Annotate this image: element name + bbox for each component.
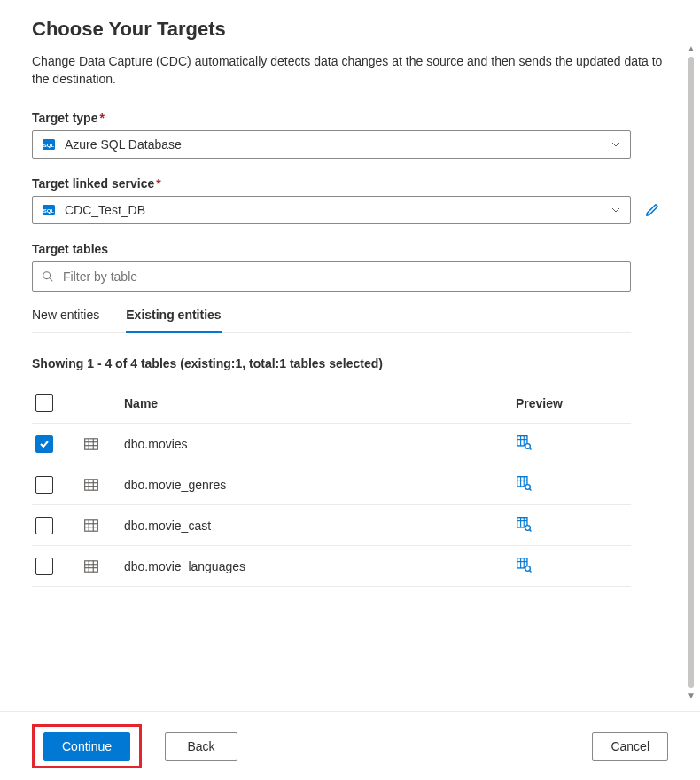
row-checkbox[interactable]	[35, 476, 53, 494]
sql-database-icon: SQL	[42, 203, 56, 217]
preview-button[interactable]	[516, 557, 532, 573]
row-checkbox[interactable]	[35, 435, 53, 453]
svg-rect-28	[85, 520, 98, 531]
svg-rect-39	[85, 561, 98, 572]
linked-service-value: CDC_Test_DB	[65, 203, 611, 217]
highlight-annotation: Continue	[32, 724, 142, 768]
select-all-checkbox[interactable]	[35, 394, 53, 412]
back-button[interactable]: Back	[165, 732, 237, 760]
dialog-footer: Continue Back Cancel	[0, 711, 700, 780]
svg-line-5	[50, 278, 53, 282]
tab-new-entities[interactable]: New entities	[32, 300, 99, 333]
preview-data-icon	[516, 516, 532, 532]
page-description: Change Data Capture (CDC) automatically …	[32, 53, 668, 88]
svg-point-15	[525, 444, 531, 449]
svg-point-4	[43, 272, 51, 279]
scrollbar-thumb[interactable]	[688, 57, 694, 688]
filter-input-wrapper[interactable]	[32, 261, 631, 292]
svg-point-26	[525, 485, 531, 490]
svg-line-38	[530, 530, 532, 532]
row-name: dbo.movie_languages	[124, 559, 516, 573]
svg-text:SQL: SQL	[43, 208, 55, 214]
svg-rect-17	[85, 480, 98, 490]
svg-point-48	[525, 566, 531, 572]
svg-line-16	[530, 448, 532, 450]
table-row: dbo.movies	[32, 424, 631, 464]
svg-line-49	[530, 571, 532, 573]
chevron-down-icon	[611, 205, 621, 215]
table-icon	[83, 436, 99, 452]
preview-button[interactable]	[516, 475, 532, 491]
row-checkbox[interactable]	[35, 517, 53, 534]
target-type-select[interactable]: SQL Azure SQL Database	[32, 130, 631, 159]
row-name: dbo.movie_cast	[124, 519, 516, 533]
table-summary: Showing 1 - 4 of 4 tables (existing:1, t…	[32, 356, 668, 370]
required-indicator: *	[156, 176, 160, 191]
vertical-scrollbar[interactable]: ▲ ▼	[688, 44, 695, 700]
continue-button[interactable]: Continue	[43, 732, 130, 760]
row-name: dbo.movies	[124, 437, 516, 451]
preview-button[interactable]	[516, 516, 532, 532]
chevron-down-icon	[611, 139, 621, 150]
preview-button[interactable]	[516, 434, 532, 450]
row-name: dbo.movie_genres	[124, 478, 516, 492]
svg-text:SQL: SQL	[43, 143, 55, 148]
required-indicator: *	[99, 111, 104, 125]
target-type-label: Target type*	[32, 111, 668, 125]
target-type-value: Azure SQL Database	[65, 137, 611, 152]
linked-service-label: Target linked service*	[32, 176, 668, 191]
table-icon	[83, 477, 99, 493]
tables-grid: Name Preview dbo.moviesdbo.movie_genresd…	[32, 383, 631, 587]
preview-data-icon	[516, 434, 532, 450]
scroll-up-arrow-icon[interactable]: ▲	[687, 44, 696, 53]
svg-point-37	[525, 526, 531, 531]
page-title: Choose Your Targets	[32, 18, 668, 41]
pencil-icon	[644, 202, 660, 218]
row-checkbox[interactable]	[35, 558, 53, 575]
table-row: dbo.movie_languages	[32, 546, 631, 587]
target-tables-label: Target tables	[32, 242, 668, 256]
filter-by-table-input[interactable]	[61, 269, 621, 285]
cancel-button[interactable]: Cancel	[592, 732, 668, 760]
table-row: dbo.movie_cast	[32, 505, 631, 546]
linked-service-select[interactable]: SQL CDC_Test_DB	[32, 196, 631, 224]
table-row: dbo.movie_genres	[32, 464, 631, 505]
search-icon	[42, 270, 54, 283]
svg-rect-6	[85, 439, 98, 449]
table-icon	[83, 518, 99, 534]
sql-database-icon: SQL	[42, 137, 56, 152]
svg-line-27	[530, 489, 532, 491]
table-icon	[83, 558, 99, 574]
tab-existing-entities[interactable]: Existing entities	[126, 300, 221, 333]
column-header-name: Name	[124, 396, 516, 410]
edit-linked-service-button[interactable]	[640, 198, 665, 222]
column-header-preview: Preview	[516, 396, 631, 410]
preview-data-icon	[516, 557, 532, 573]
preview-data-icon	[516, 475, 532, 491]
scroll-down-arrow-icon[interactable]: ▼	[687, 691, 696, 700]
